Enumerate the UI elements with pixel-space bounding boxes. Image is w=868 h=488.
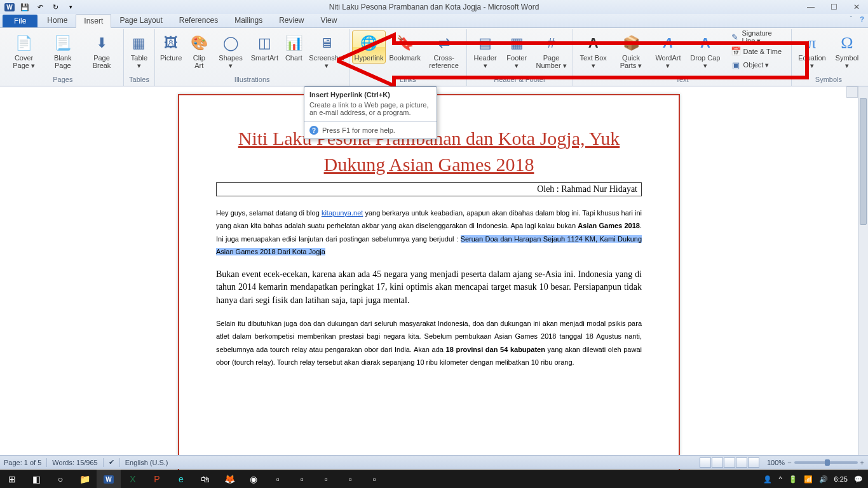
tray-volume-icon[interactable]: 🔊 (819, 475, 828, 484)
tab-page-layout[interactable]: Page Layout (111, 13, 170, 27)
drop-cap-icon: A (700, 32, 710, 54)
quick-parts-button[interactable]: 📦Quick Parts ▾ (612, 30, 649, 71)
wordart-button[interactable]: AWordArt ▾ (651, 30, 685, 71)
hyperlink-icon: 🌐 (360, 32, 377, 54)
symbol-button[interactable]: ΩSymbol ▾ (831, 30, 863, 71)
zoom-in-button[interactable]: + (860, 459, 864, 466)
task-view-icon[interactable]: ◧ (24, 470, 48, 488)
taskbar-app-icon[interactable]: ▫ (314, 470, 338, 488)
paragraph-2: Bukan event ecek-ecekan, karena akan ada… (216, 268, 642, 307)
taskbar-powerpoint-icon[interactable]: P (145, 470, 169, 488)
group-label: Pages (53, 74, 72, 85)
document-page[interactable]: Niti Laku Pesona Prambanan dan Kota Jogj… (178, 94, 680, 473)
clip-art-button[interactable]: 🎨Clip Art (186, 30, 213, 71)
equation-icon: π (808, 32, 816, 54)
view-outline[interactable] (736, 458, 747, 468)
shapes-button[interactable]: ◯Shapes ▾ (214, 30, 248, 71)
save-icon[interactable]: 💾 (18, 1, 32, 13)
zoom-slider[interactable] (794, 461, 858, 464)
chart-button[interactable]: 📊Chart (281, 30, 306, 64)
taskbar-chrome-icon[interactable]: ◉ (241, 470, 266, 488)
vertical-scrollbar[interactable] (858, 86, 868, 473)
signature-line-button[interactable]: ✎Signature Line ▾ (728, 30, 789, 44)
taskbar-app-icon[interactable]: ▫ (338, 470, 362, 488)
shapes-icon: ◯ (223, 32, 239, 54)
view-print-layout[interactable] (700, 458, 711, 468)
status-words[interactable]: Words: 15/965 (52, 459, 97, 466)
tray-clock[interactable]: 6:25 (834, 475, 848, 483)
tab-view[interactable]: View (313, 13, 346, 27)
taskbar-word-icon[interactable]: W (97, 470, 121, 488)
word-icon[interactable]: W (3, 1, 17, 13)
page-break-button[interactable]: ⬇Page Break (83, 30, 120, 71)
taskbar-app-icon[interactable]: ▫ (266, 470, 290, 488)
link-kitapunya[interactable]: kitapunya.net (322, 209, 363, 217)
view-draft[interactable] (748, 458, 759, 468)
taskbar-edge-icon[interactable]: e (169, 470, 193, 488)
ribbon-help[interactable]: ˆ ? (850, 15, 864, 23)
tray-people-icon[interactable]: 👤 (763, 475, 772, 484)
taskbar-app-icon[interactable]: ▫ (290, 470, 314, 488)
tray-battery-icon[interactable]: 🔋 (789, 475, 797, 484)
group-label: Tables (129, 74, 149, 85)
tray-chevron-icon[interactable]: ^ (778, 475, 782, 483)
maximize-button[interactable]: ☐ (825, 2, 843, 12)
status-language[interactable]: English (U.S.) (125, 459, 168, 466)
status-proofing-icon[interactable]: ✔ (109, 458, 114, 466)
equation-button[interactable]: πEquation ▾ (794, 30, 830, 71)
taskbar-store-icon[interactable]: 🛍 (193, 470, 217, 488)
status-page[interactable]: Page: 1 of 5 (4, 459, 41, 466)
windows-taskbar: ⊞ ◧ ○ 📁 W X P e 🛍 🦊 ◉ ▫ ▫ ▫ ▫ ▫ 👤 ^ 🔋 📶 … (0, 470, 868, 488)
tray-wifi-icon[interactable]: 📶 (804, 475, 813, 484)
screenshot-button[interactable]: 🖥Screenshot ▾ (307, 30, 346, 71)
view-full-screen[interactable] (712, 458, 723, 468)
start-button[interactable]: ⊞ (0, 470, 24, 488)
smartart-button[interactable]: ◫SmartArt (248, 30, 280, 64)
symbol-icon: Ω (841, 32, 853, 54)
zoom-out-button[interactable]: − (787, 459, 791, 466)
file-tab[interactable]: File (3, 15, 37, 27)
taskbar-excel-icon[interactable]: X (121, 470, 145, 488)
taskbar-firefox-icon[interactable]: 🦊 (217, 470, 241, 488)
wordart-icon: A (663, 32, 674, 54)
drop-cap-button[interactable]: ADrop Cap ▾ (686, 30, 724, 71)
bookmark-button[interactable]: 🔖Bookmark (387, 30, 423, 64)
tab-home[interactable]: Home (39, 13, 76, 27)
taskbar-app-icon[interactable]: ▫ (362, 470, 386, 488)
footer-button[interactable]: ▦Footer ▾ (502, 30, 531, 71)
object-button[interactable]: ▣Object ▾ (728, 58, 789, 72)
group-label: Symbols (815, 74, 842, 85)
document-area[interactable]: Niti Laku Pesona Prambanan dan Kota Jogj… (0, 86, 858, 473)
ribbon-tabs: File Home Insert Page Layout References … (0, 14, 868, 28)
minimize-button[interactable]: — (802, 2, 820, 12)
tray-notifications-icon[interactable]: 💬 (854, 475, 863, 484)
tab-review[interactable]: Review (271, 13, 312, 27)
cross-reference-button[interactable]: ⇄Cross-reference (424, 30, 463, 71)
cover-page-button[interactable]: 📄Cover Page ▾ (5, 30, 43, 71)
tab-mailings[interactable]: Mailings (226, 13, 271, 27)
ribbon: 📄Cover Page ▾ 📃Blank Page ⬇Page Break Pa… (0, 28, 868, 86)
ruler-toggle[interactable] (846, 86, 858, 98)
zoom-level[interactable]: 100% (767, 459, 785, 466)
close-button[interactable]: ✕ (848, 2, 865, 12)
object-icon: ▣ (731, 60, 741, 71)
text-box-button[interactable]: AText Box ▾ (576, 30, 611, 71)
scrollbar-thumb[interactable] (860, 98, 867, 225)
tab-references[interactable]: References (171, 13, 226, 27)
file-explorer-icon[interactable]: 📁 (72, 470, 97, 488)
screenshot-icon: 🖥 (320, 32, 334, 54)
undo-icon[interactable]: ↶ (33, 1, 47, 13)
table-button[interactable]: ▦Table ▾ (126, 30, 153, 71)
view-web-layout[interactable] (724, 458, 735, 468)
blank-page-button[interactable]: 📃Blank Page (44, 30, 81, 71)
header-button[interactable]: ▤Header ▾ (470, 30, 501, 71)
redo-icon[interactable]: ↻ (48, 1, 62, 13)
cortana-icon[interactable]: ○ (48, 470, 72, 488)
cover-page-icon: 📄 (15, 32, 32, 54)
hyperlink-button[interactable]: 🌐Hyperlink (352, 30, 386, 64)
qat-customize-icon[interactable]: ▾ (64, 1, 78, 13)
page-number-button[interactable]: #Page Number ▾ (532, 30, 570, 71)
tab-insert[interactable]: Insert (76, 14, 111, 28)
picture-button[interactable]: 🖼Picture (158, 30, 184, 64)
date-time-button[interactable]: 📅Date & Time (728, 44, 789, 58)
